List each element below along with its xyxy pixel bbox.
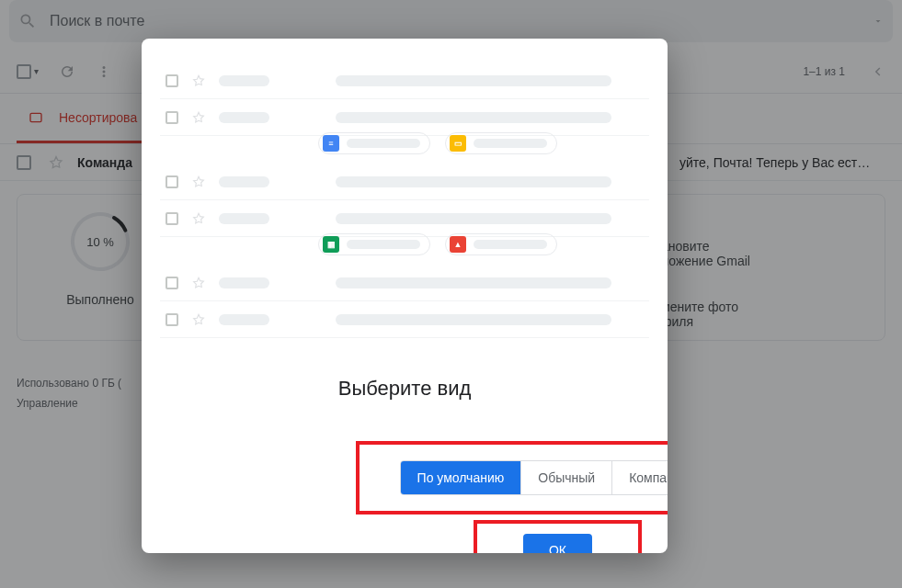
sheets-icon: ▦ xyxy=(323,236,339,253)
density-compact-button[interactable]: Компактный xyxy=(611,461,668,494)
highlight-ok: ОК xyxy=(474,520,642,553)
ok-button[interactable]: ОК xyxy=(523,534,592,553)
density-normal-button[interactable]: Обычный xyxy=(520,461,611,494)
density-preview: ≡ ▭ ▦ ▲ xyxy=(160,62,649,355)
docs-icon: ≡ xyxy=(323,135,339,152)
density-default-button[interactable]: По умолчанию xyxy=(401,461,521,494)
slides-icon: ▭ xyxy=(450,135,466,152)
image-icon: ▲ xyxy=(450,236,466,253)
modal-title: Выберите вид xyxy=(142,377,668,401)
density-modal: ≡ ▭ ▦ ▲ Выберите вид По умолчанию Обычны… xyxy=(142,39,668,553)
density-segmented: По умолчанию Обычный Компактный xyxy=(400,460,668,495)
highlight-density-options: По умолчанию Обычный Компактный xyxy=(356,441,668,514)
